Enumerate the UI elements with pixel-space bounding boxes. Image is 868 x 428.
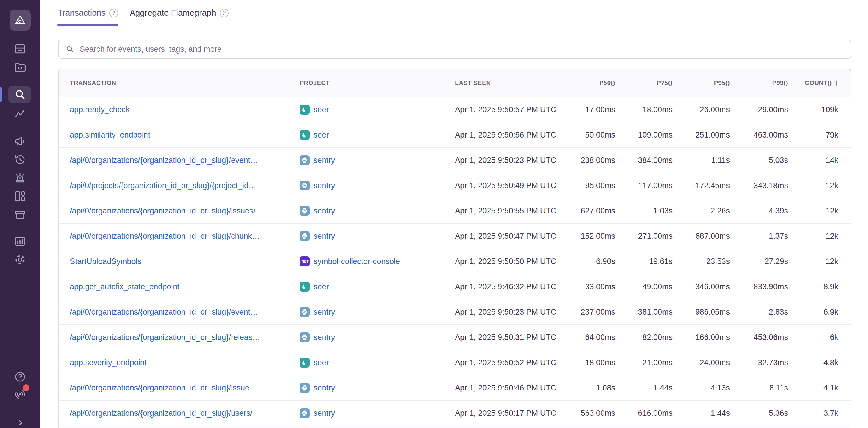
transaction-link[interactable]: app.get_autofix_state_endpoint <box>70 282 180 291</box>
transaction-cell: app.get_autofix_state_endpoint <box>59 282 300 291</box>
column-header-p95[interactable]: P95() <box>673 79 730 86</box>
sidebar-item-settings[interactable] <box>0 250 40 269</box>
project-name: sentry <box>314 156 335 165</box>
sidebar-item-issues[interactable] <box>0 39 40 58</box>
project-cell: seer <box>300 358 455 367</box>
transaction-link[interactable]: app.severity_endpoint <box>70 358 147 367</box>
transaction-cell: app.severity_endpoint <box>59 358 300 367</box>
column-header-transaction[interactable]: TRANSACTION <box>59 79 300 86</box>
transaction-link[interactable]: StartUploadSymbols <box>70 257 142 266</box>
sidebar-whats-new-button[interactable] <box>0 385 40 403</box>
project-cell: sentry <box>300 408 455 418</box>
sidebar-item-releases[interactable] <box>0 205 40 224</box>
transaction-link[interactable]: /api/0/projects/{organization_id_or_slug… <box>70 181 256 190</box>
project-name: seer <box>314 105 329 114</box>
column-header-project[interactable]: PROJECT <box>300 79 455 86</box>
sidebar-item-alerts[interactable] <box>0 169 40 187</box>
project-platform-icon <box>300 332 310 342</box>
transaction-link[interactable]: /api/0/organizations/{organization_id_or… <box>70 384 257 393</box>
count-cell: 8.9k <box>788 282 838 291</box>
project-link[interactable]: seer <box>300 130 329 140</box>
p95-cell: 166.00ms <box>673 333 730 342</box>
sidebar-expand-button[interactable] <box>0 414 40 428</box>
notification-dot <box>23 384 29 391</box>
last-seen-cell: Apr 1, 2025 9:50:49 PM UTC <box>455 181 568 190</box>
transaction-link[interactable]: /api/0/organizations/{organization_id_or… <box>70 409 252 418</box>
tab-transactions[interactable]: Transactions ? <box>58 8 118 18</box>
table-row: /api/0/organizations/{organization_id_or… <box>59 375 850 401</box>
project-link[interactable]: seer <box>300 105 329 114</box>
sidebar-item-replays[interactable] <box>0 150 40 169</box>
project-link[interactable]: sentry <box>300 332 335 342</box>
sidebar-item-feedback[interactable] <box>0 132 40 151</box>
tab-aggregate-flamegraph[interactable]: Aggregate Flamegraph ? <box>130 8 229 18</box>
sort-desc-icon: ↓ <box>835 79 838 87</box>
sidebar-item-traces[interactable] <box>0 104 40 123</box>
table-footer-strip <box>59 426 850 428</box>
column-header-count[interactable]: COUNT() ↓ <box>788 79 838 87</box>
table-row: /api/0/organizations/{organization_id_or… <box>59 148 850 173</box>
app-root: { "app": {"name": "Sentry"}, "sidebar": … <box>0 0 868 428</box>
transaction-link[interactable]: /api/0/organizations/{organization_id_or… <box>70 232 260 241</box>
sidebar-help-button[interactable] <box>0 367 40 386</box>
project-platform-icon <box>300 155 310 165</box>
explore-search-icon <box>14 88 27 101</box>
p75-cell: 117.00ms <box>615 181 673 190</box>
project-link[interactable]: sentry <box>300 383 335 393</box>
project-link[interactable]: sentry <box>300 408 335 418</box>
project-link[interactable]: sentry <box>300 231 335 241</box>
python-platform-icon <box>301 233 308 239</box>
python-platform-icon <box>301 308 308 316</box>
transaction-link[interactable]: app.ready_check <box>70 105 130 114</box>
p99-cell: 463.00ms <box>730 131 788 139</box>
last-seen-cell: Apr 1, 2025 9:46:32 PM UTC <box>455 282 568 291</box>
sidebar-item-explore[interactable] <box>0 85 40 104</box>
project-link[interactable]: sentry <box>300 206 335 216</box>
p75-cell: 1.44s <box>615 384 673 393</box>
sidebar-item-dashboards[interactable] <box>0 187 40 205</box>
dashboards-grid-icon <box>14 190 27 203</box>
sidebar-item-stats[interactable] <box>0 232 40 251</box>
transaction-link[interactable]: /api/0/organizations/{organization_id_or… <box>70 156 258 165</box>
table-row: app.get_autofix_state_endpoint seer Apr … <box>59 274 850 299</box>
p95-cell: 4.13s <box>673 384 730 393</box>
project-link[interactable]: sentry <box>300 180 335 191</box>
p99-cell: 2.83s <box>730 308 788 317</box>
chevron-right-icon <box>14 417 26 428</box>
transactions-table: TRANSACTION PROJECT LAST SEEN P50() P75(… <box>58 69 851 428</box>
help-icon[interactable]: ? <box>110 9 118 18</box>
transaction-link[interactable]: /api/0/organizations/{organization_id_or… <box>70 206 255 216</box>
settings-gear-icon <box>14 253 27 266</box>
transaction-link[interactable]: app.similarity_endpoint <box>70 131 150 139</box>
project-cell: sentry <box>300 206 455 216</box>
project-link[interactable]: sentry <box>300 307 335 317</box>
project-name: sentry <box>314 333 335 342</box>
sidebar-item-projects[interactable] <box>0 58 40 77</box>
count-cell: 14k <box>788 156 838 165</box>
help-icon[interactable]: ? <box>220 9 229 18</box>
sentry-logo-icon <box>13 13 27 27</box>
p99-cell: 8.11s <box>730 384 788 393</box>
column-header-last-seen[interactable]: LAST SEEN <box>455 79 568 86</box>
p50-cell: 152.00ms <box>568 232 615 241</box>
project-link[interactable]: seer <box>300 358 329 367</box>
column-header-p99[interactable]: P99() <box>730 79 788 86</box>
transaction-cell: /api/0/organizations/{organization_id_or… <box>59 384 300 393</box>
count-cell: 79k <box>788 131 838 139</box>
column-header-p50[interactable]: P50() <box>568 79 615 86</box>
project-link[interactable]: seer <box>300 282 329 292</box>
tab-transactions-label: Transactions <box>58 8 105 18</box>
p50-cell: 18.00ms <box>568 358 615 367</box>
project-name: sentry <box>314 206 335 216</box>
table-row: /api/0/organizations/{organization_id_or… <box>59 325 850 350</box>
project-link[interactable]: .NET symbol-collector-console <box>300 257 400 266</box>
transaction-link[interactable]: /api/0/organizations/{organization_id_or… <box>70 308 258 317</box>
column-header-p75[interactable]: P75() <box>615 79 673 86</box>
seer-platform-icon <box>301 131 308 138</box>
project-name: sentry <box>314 409 335 418</box>
p50-cell: 95.00ms <box>568 181 615 190</box>
transaction-link[interactable]: /api/0/organizations/{organization_id_or… <box>70 333 260 342</box>
project-link[interactable]: sentry <box>300 155 335 165</box>
search-input[interactable]: Search for events, users, tags, and more <box>58 39 851 59</box>
sentry-logo[interactable] <box>9 9 31 31</box>
